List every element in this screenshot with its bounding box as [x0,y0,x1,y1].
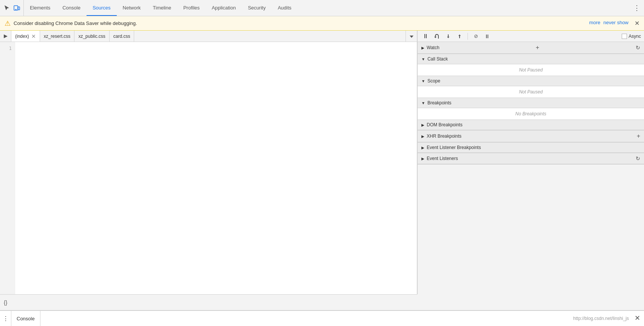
call-stack-content: Not Paused [418,64,644,76]
watch-section: ▶ Watch + ↻ [418,42,644,54]
file-tab-index-label: (index) [15,34,29,39]
call-stack-section: ▼ Call Stack Not Paused [418,54,644,76]
tab-profiles[interactable]: Profiles [177,0,206,16]
warning-actions: more never show ✕ [589,20,639,27]
dom-breakpoints-chevron: ▶ [421,123,424,127]
xhr-breakpoints-add-button[interactable]: + [637,133,640,140]
event-listener-breakpoints-chevron: ▶ [421,146,424,150]
toolbar-separator [468,33,468,40]
file-tab-index[interactable]: (index) ✕ [11,31,40,42]
device-icon[interactable] [13,4,20,12]
warning-close-button[interactable]: ✕ [635,20,639,27]
dom-breakpoints-section: ▶ DOM Breakpoints [418,120,644,130]
svg-marker-4 [410,36,413,38]
warning-message: Consider disabling Chrome Data Saver whi… [14,20,137,26]
tab-sources[interactable]: Sources [87,0,117,16]
xhr-breakpoints-section: ▶ XHR Breakpoints + [418,130,644,143]
call-stack-header[interactable]: ▼ Call Stack [418,54,644,64]
step-over-button[interactable] [432,32,442,41]
event-listeners-header[interactable]: ▶ Event Listeners ↻ [418,153,644,164]
url-bar: http://blog.csdn.net/linshi_js [573,316,644,321]
code-content[interactable] [15,42,417,294]
warning-bar: ⚠ Consider disabling Chrome Data Saver w… [0,16,644,31]
async-text: Async [629,34,641,39]
tab-application[interactable]: Application [206,0,242,16]
watch-header[interactable]: ▶ Watch + ↻ [418,42,644,54]
scope-header[interactable]: ▼ Scope [418,76,644,86]
file-tab-index-close[interactable]: ✕ [31,34,36,39]
scope-status: Not Paused [519,89,543,95]
watch-label: Watch [427,45,440,50]
event-listeners-section: ▶ Event Listeners ↻ [418,153,644,165]
tab-audits[interactable]: Audits [272,0,297,16]
tab-timeline[interactable]: Timeline [147,0,177,16]
event-listener-breakpoints-section: ▶ Event Listener Breakpoints [418,143,644,153]
console-bar: ⋮ Console http://blog.csdn.net/linshi_js… [0,310,644,326]
file-tabs: (index) ✕ xz_resert.css xz_public.css ca… [0,31,417,42]
tab-security[interactable]: Security [242,0,272,16]
file-tab-card[interactable]: card.css [110,31,135,42]
watch-chevron: ▶ [421,46,424,50]
scope-content: Not Paused [418,86,644,98]
url-text: http://blog.csdn.net/linshi_js [573,316,629,321]
file-tab-xz-public-label: xz_public.css [78,34,105,39]
file-tab-card-label: card.css [113,34,130,39]
drawer-toggle-button[interactable] [406,31,417,42]
console-tab[interactable]: Console [11,310,40,326]
line-numbers: 1 [0,42,15,294]
tab-network[interactable]: Network [117,0,147,16]
xhr-breakpoints-chevron: ▶ [421,134,424,138]
line-number-1: 1 [0,45,15,52]
xhr-breakpoints-label: XHR Breakpoints [427,134,461,139]
event-listener-breakpoints-header[interactable]: ▶ Event Listener Breakpoints [418,143,644,153]
svg-rect-1 [18,7,20,10]
step-into-button[interactable] [443,32,453,41]
console-close-button[interactable]: ✕ [635,314,640,322]
event-listeners-refresh-button[interactable]: ↻ [636,155,640,161]
watch-refresh-button[interactable]: ↻ [636,45,640,51]
console-tab-label: Console [17,316,35,321]
async-checkbox[interactable] [622,34,627,39]
scope-section: ▼ Scope Not Paused [418,76,644,98]
dom-breakpoints-label: DOM Breakpoints [427,122,463,127]
svg-marker-3 [4,34,8,38]
scope-chevron: ▼ [421,79,425,83]
dont-pause-on-exceptions-button[interactable]: ⏸ [482,32,492,41]
tab-console[interactable]: Console [56,0,87,16]
call-stack-status: Not Paused [519,67,543,73]
call-stack-label: Call Stack [427,56,448,62]
toolbar-icons [0,0,24,16]
warning-never-show-link[interactable]: never show [604,20,629,27]
nav-tabs: Elements Console Sources Network Timelin… [24,0,630,16]
file-tab-xz-resert-label: xz_resert.css [44,34,71,39]
source-panel: (index) ✕ xz_resert.css xz_public.css ca… [0,31,417,294]
file-tab-xz-public[interactable]: xz_public.css [74,31,109,42]
cursor-icon[interactable] [3,4,11,12]
warning-icon: ⚠ [5,19,11,28]
tab-elements[interactable]: Elements [24,0,56,16]
async-label: Async [622,34,641,39]
warning-more-link[interactable]: more [589,20,601,27]
code-area: 1 [0,42,417,294]
more-menu-button[interactable]: ⋮ [630,4,644,12]
pause-button[interactable]: ⏸ [421,32,430,41]
scope-label: Scope [427,78,440,84]
file-navigator-toggle[interactable] [0,31,11,42]
xhr-breakpoints-header[interactable]: ▶ XHR Breakpoints + [418,130,644,142]
top-toolbar: Elements Console Sources Network Timelin… [0,0,644,16]
step-out-button[interactable] [455,32,464,41]
breakpoints-section: ▼ Breakpoints No Breakpoints [418,98,644,120]
breakpoints-status: No Breakpoints [515,111,546,116]
event-listener-breakpoints-label: Event Listener Breakpoints [427,145,481,150]
bottom-bar: {} [0,294,417,310]
pretty-print-button[interactable]: {} [4,300,7,306]
main-area: (index) ✕ xz_resert.css xz_public.css ca… [0,31,644,294]
watch-add-button[interactable]: + [536,44,539,51]
breakpoints-header[interactable]: ▼ Breakpoints [418,98,644,108]
dom-breakpoints-header[interactable]: ▶ DOM Breakpoints [418,120,644,130]
deactivate-breakpoints-button[interactable]: ⊘ [471,32,481,41]
call-stack-chevron: ▼ [421,57,425,61]
console-menu-button[interactable]: ⋮ [0,310,11,326]
breakpoints-content: No Breakpoints [418,108,644,120]
file-tab-xz-resert[interactable]: xz_resert.css [40,31,75,42]
